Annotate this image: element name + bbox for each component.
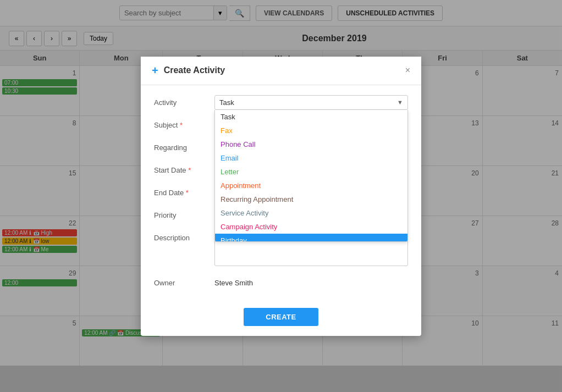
priority-label: Priority	[154, 208, 214, 219]
start-date-label: Start Date *	[154, 163, 214, 174]
chevron-down-icon: ▼	[397, 99, 403, 106]
dropdown-item-task[interactable]: Task	[215, 110, 407, 124]
modal-overlay[interactable]: + Create Activity × Activity Task ▼ Task…	[0, 0, 562, 392]
activity-select-value: Task	[219, 98, 234, 107]
dropdown-item-appointment[interactable]: Appointment	[215, 179, 407, 192]
modal-title: Create Activity	[164, 65, 400, 75]
subject-label: Subject *	[154, 118, 214, 129]
activity-field: Task ▼ Task Fax Phone Call Email Letter …	[214, 95, 408, 110]
create-activity-modal: + Create Activity × Activity Task ▼ Task…	[141, 57, 421, 336]
owner-value: Steve Smith	[214, 275, 408, 287]
modal-body: Activity Task ▼ Task Fax Phone Call Emai…	[141, 85, 421, 300]
activity-label: Activity	[154, 95, 214, 107]
dropdown-item-recurring-appointment[interactable]: Recurring Appointment	[215, 192, 407, 206]
dropdown-item-service-activity[interactable]: Service Activity	[215, 206, 407, 220]
dropdown-item-letter[interactable]: Letter	[215, 165, 407, 179]
owner-row: Owner Steve Smith	[154, 275, 408, 287]
plus-icon: +	[152, 64, 158, 77]
modal-header: + Create Activity ×	[141, 57, 421, 85]
modal-footer: CREATE	[141, 300, 421, 336]
dropdown-item-phone-call[interactable]: Phone Call	[215, 137, 407, 151]
dropdown-item-fax[interactable]: Fax	[215, 124, 407, 137]
description-label: Description	[154, 230, 214, 242]
owner-label: Owner	[154, 275, 214, 287]
dropdown-item-birthday[interactable]: Birthday	[215, 234, 407, 242]
end-date-label: End Date *	[154, 185, 214, 197]
owner-field: Steve Smith	[214, 275, 408, 287]
modal-close-button[interactable]: ×	[405, 65, 410, 75]
create-button[interactable]: CREATE	[244, 308, 318, 326]
activity-select[interactable]: Task ▼	[214, 95, 408, 110]
dropdown-item-campaign-activity[interactable]: Campaign Activity	[215, 220, 407, 234]
dropdown-item-email[interactable]: Email	[215, 151, 407, 165]
regarding-label: Regarding	[154, 140, 214, 152]
activity-dropdown-list: Task Fax Phone Call Email Letter Appoint…	[214, 110, 408, 242]
activity-row: Activity Task ▼ Task Fax Phone Call Emai…	[154, 95, 408, 110]
